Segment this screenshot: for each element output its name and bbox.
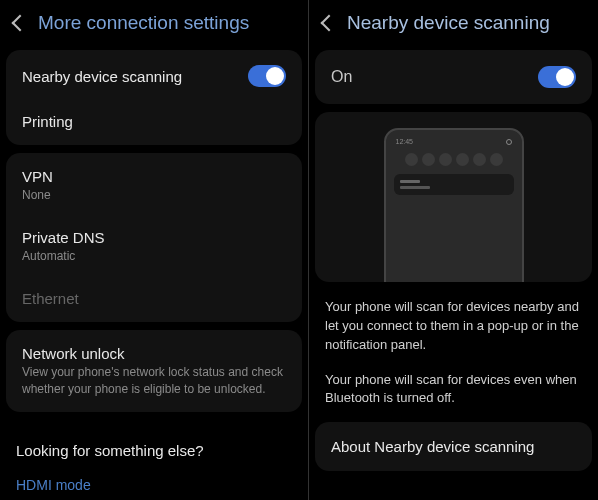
header: Nearby device scanning [309,0,598,50]
row-label: Ethernet [22,290,286,307]
gear-icon [506,139,512,145]
row-master-toggle[interactable]: On [315,50,592,104]
row-ethernet: Ethernet [6,277,302,320]
row-printing[interactable]: Printing [6,100,302,143]
section-connectivity: Nearby device scanning Printing [6,50,302,145]
row-network-unlock[interactable]: Network unlock View your phone's network… [6,332,302,409]
row-sub: Automatic [22,248,286,264]
page-title: Nearby device scanning [347,12,550,34]
more-connection-settings-screen: More connection settings Nearby device s… [0,0,309,500]
section-network: VPN None Private DNS Automatic Ethernet [6,153,302,322]
row-label: Printing [22,113,286,130]
description-2: Your phone will scan for devices even wh… [309,363,598,417]
row-sub: None [22,187,286,203]
row-label: Network unlock [22,345,286,362]
toggle-nearby-device-scanning[interactable] [248,65,286,87]
header: More connection settings [0,0,308,50]
row-label: Nearby device scanning [22,68,248,85]
back-icon[interactable] [12,15,29,32]
description-1: Your phone will scan for devices nearby … [309,290,598,363]
nearby-device-scanning-screen: Nearby device scanning On 12:45 Your pho… [309,0,598,500]
illustration-card: 12:45 [315,112,592,282]
phone-mockup-icon: 12:45 [384,128,524,282]
row-label: Private DNS [22,229,286,246]
row-vpn[interactable]: VPN None [6,155,302,216]
page-title: More connection settings [38,12,249,34]
toggle-nearby-scanning-master[interactable] [538,66,576,88]
toggle-label: On [331,68,352,86]
looking-heading: Looking for something else? [0,420,308,467]
row-sub: View your phone's network lock status an… [22,364,286,396]
row-about[interactable]: About Nearby device scanning [315,422,592,471]
mock-time: 12:45 [396,138,414,145]
back-icon[interactable] [321,15,338,32]
section-unlock: Network unlock View your phone's network… [6,330,302,411]
row-label: VPN [22,168,286,185]
quick-toggle-dots-icon [394,149,514,174]
row-nearby-device-scanning[interactable]: Nearby device scanning [6,52,302,100]
link-hdmi-mode[interactable]: HDMI mode [0,467,308,500]
notification-mock-icon [394,174,514,195]
row-private-dns[interactable]: Private DNS Automatic [6,216,302,277]
